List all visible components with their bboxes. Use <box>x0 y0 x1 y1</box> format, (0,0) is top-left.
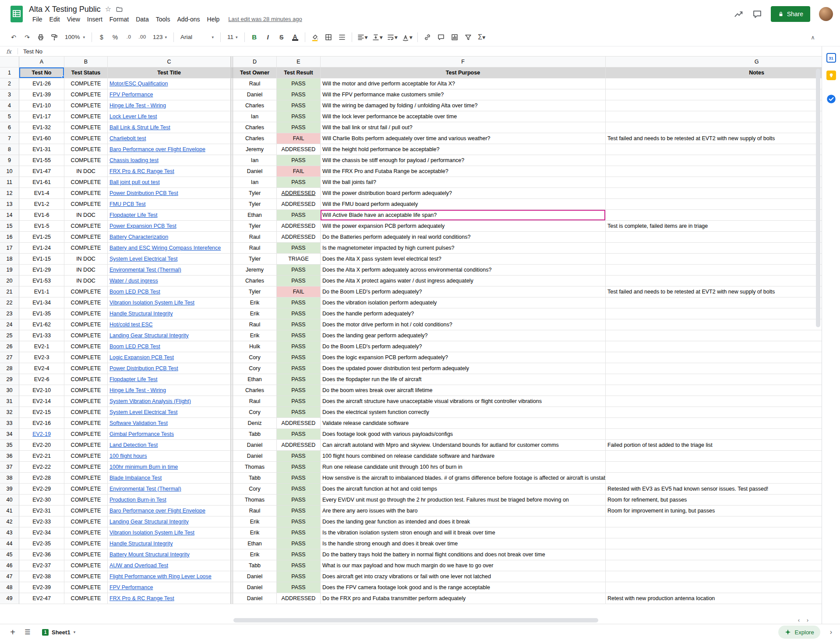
cell-A36[interactable]: EV2-21 <box>19 451 64 462</box>
cell-G41[interactable]: Room for improvement in tuning, but pass… <box>606 506 822 516</box>
cell-A37[interactable]: EV2-22 <box>19 462 64 473</box>
cell-E45[interactable]: PASS <box>277 549 321 560</box>
row-header-31[interactable]: 31 <box>0 396 19 407</box>
cell-B18[interactable]: IN DOC <box>64 254 108 265</box>
cell-F42[interactable]: Does the landing gear function as intend… <box>321 516 606 527</box>
cell-D37[interactable]: Thomas <box>233 462 277 473</box>
test-title-link[interactable]: Blade Imbalance Test <box>109 475 162 481</box>
cell-D24[interactable]: Raul <box>233 319 277 330</box>
cell-G13[interactable] <box>606 199 822 210</box>
cell-D8[interactable]: Jeremy <box>233 144 277 155</box>
cell-E27[interactable]: PASS <box>277 352 321 363</box>
cell-F31[interactable]: Does the aircraft structure have unaccep… <box>321 396 606 407</box>
cell-A20[interactable]: EV1-53 <box>19 276 64 286</box>
row-header-22[interactable]: 22 <box>0 297 19 308</box>
cell-E3[interactable]: PASS <box>277 89 321 100</box>
row-header-49[interactable]: 49 <box>0 593 19 604</box>
row-header-36[interactable]: 36 <box>0 451 19 462</box>
row-header-43[interactable]: 43 <box>0 527 19 538</box>
cell-D3[interactable]: Daniel <box>233 89 277 100</box>
cell-G42[interactable] <box>606 516 822 527</box>
test-title-link[interactable]: 100 flight hours <box>109 453 147 459</box>
cell-C47[interactable]: Flight Performance with Ring Lever Loose <box>108 571 231 582</box>
cell-D7[interactable]: Charles <box>233 133 277 144</box>
cell-E18[interactable]: TRIAGE <box>277 254 321 265</box>
row-header-39[interactable]: 39 <box>0 484 19 495</box>
cell-F34[interactable]: Does footage look good with various payl… <box>321 429 606 440</box>
row-header-32[interactable]: 32 <box>0 407 19 418</box>
cell-G11[interactable] <box>606 177 822 188</box>
cell-E37[interactable]: PASS <box>277 462 321 473</box>
row-header-2[interactable]: 2 <box>0 78 19 89</box>
insights-icon[interactable] <box>734 9 744 19</box>
row-header-42[interactable]: 42 <box>0 516 19 527</box>
cell-E15[interactable]: ADDRESSED <box>277 221 321 232</box>
test-title-link[interactable]: Power Distribution PCB Test <box>109 190 178 196</box>
cell-B17[interactable]: COMPLETE <box>64 243 108 254</box>
cell-C12[interactable]: Power Distribution PCB Test <box>108 188 231 199</box>
test-title-link[interactable]: Boom LED PCB Test <box>109 289 160 295</box>
cell-D5[interactable]: Ian <box>233 111 277 122</box>
cell-A5[interactable]: EV1-17 <box>19 111 64 122</box>
cell-A49[interactable]: EV2-47 <box>19 593 64 604</box>
cell-C40[interactable]: Production Burn-in Test <box>108 495 231 506</box>
cell-F43[interactable]: Is the vibration isolation system stron … <box>321 527 606 538</box>
cell-D48[interactable]: Daniel <box>233 582 277 593</box>
cell-A45[interactable]: EV2-36 <box>19 549 64 560</box>
star-icon[interactable]: ☆ <box>105 6 111 13</box>
cell-A29[interactable]: EV2-6 <box>19 374 64 385</box>
test-title-link[interactable]: Flight Performance with Ring Lever Loose <box>109 573 212 580</box>
cell-F27[interactable]: Does the logic expansion PCB perform ade… <box>321 352 606 363</box>
cell-E13[interactable]: ADDRESSED <box>277 199 321 210</box>
cell-G10[interactable] <box>606 166 822 177</box>
cell-A32[interactable]: EV2-15 <box>19 407 64 418</box>
cell-F23[interactable]: Does the handle perform adequately? <box>321 308 606 319</box>
cell-G33[interactable] <box>606 418 822 429</box>
row-header-45[interactable]: 45 <box>0 549 19 560</box>
cell-B46[interactable]: COMPLETE <box>64 560 108 571</box>
cell-G3[interactable] <box>606 89 822 100</box>
cell-D23[interactable]: Erik <box>233 308 277 319</box>
cell-C9[interactable]: Chassis loading test <box>108 155 231 166</box>
vertical-scrollbar[interactable] <box>816 69 820 327</box>
cell-C8[interactable]: Baro Performance over Flight Envelope <box>108 144 231 155</box>
cell-C17[interactable]: Battery and ESC Wiring Compass Interefen… <box>108 243 231 254</box>
cell-B33[interactable]: COMPLETE <box>64 418 108 429</box>
keep-icon[interactable] <box>826 70 836 81</box>
sheet-tab-caret-icon[interactable]: ▾ <box>74 630 76 634</box>
cell-A21[interactable]: EV1-1 <box>19 286 64 297</box>
cell-C18[interactable]: System Level Electrical Test <box>108 254 231 265</box>
add-sheet-icon[interactable]: + <box>6 626 19 639</box>
text-color-icon[interactable]: A <box>289 31 302 44</box>
cell-G38[interactable] <box>606 473 822 484</box>
cell-C42[interactable]: Landing Gear Structural Integrity <box>108 516 231 527</box>
test-title-link[interactable]: Handle Structural Integrity <box>109 311 173 317</box>
cell-G37[interactable] <box>606 462 822 473</box>
cell-B16[interactable]: COMPLETE <box>64 232 108 243</box>
row-header-30[interactable]: 30 <box>0 385 19 396</box>
cell-E28[interactable]: PASS <box>277 363 321 374</box>
cell-G19[interactable] <box>606 265 822 276</box>
cell-D27[interactable]: Cory <box>233 352 277 363</box>
test-title-link[interactable]: FPV Performance <box>109 584 153 590</box>
cell-E12[interactable]: ADDRESSED <box>277 188 321 199</box>
cell-E29[interactable]: PASS <box>277 374 321 385</box>
cell-B3[interactable]: COMPLETE <box>64 89 108 100</box>
cell-F38[interactable]: How senstive is the aircraft to imbalanc… <box>321 473 606 484</box>
document-title[interactable]: Alta X Testing Public <box>29 5 101 14</box>
cell-B39[interactable]: COMPLETE <box>64 484 108 495</box>
cell-E32[interactable]: PASS <box>277 407 321 418</box>
cell-F28[interactable]: Does the updated power distribution test… <box>321 363 606 374</box>
horizontal-align-icon[interactable]: ▾ <box>355 31 370 44</box>
row-header-14[interactable]: 14 <box>0 210 19 221</box>
cell-E36[interactable]: PASS <box>277 451 321 462</box>
cell-B27[interactable]: COMPLETE <box>64 352 108 363</box>
text-rotation-icon[interactable]: ▾ <box>400 31 414 44</box>
cell-E11[interactable]: PASS <box>277 177 321 188</box>
test-title-link[interactable]: Power Distribution PCB Test <box>109 365 178 371</box>
cell-A38[interactable]: EV2-28 <box>19 473 64 484</box>
cell-E47[interactable]: PASS <box>277 571 321 582</box>
test-title-link[interactable]: Software Validation Test <box>109 420 168 426</box>
column-header-C[interactable]: C <box>108 57 231 67</box>
row-header-4[interactable]: 4 <box>0 100 19 111</box>
